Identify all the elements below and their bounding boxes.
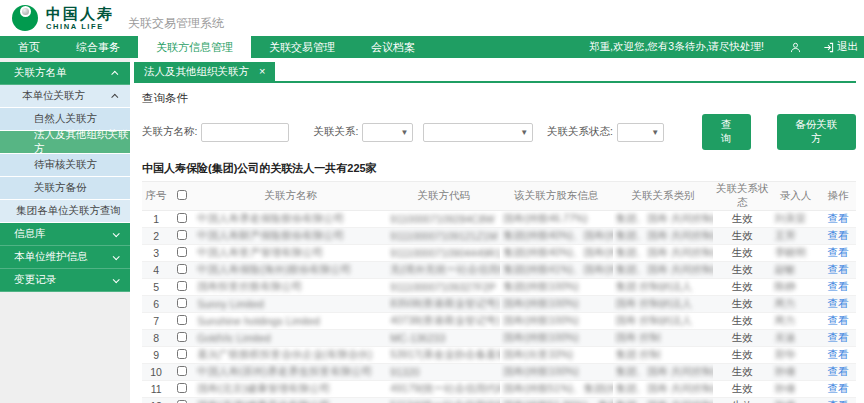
shareholder-info-masked: 国寿(持股51.86%)、集团(48%)	[503, 399, 613, 403]
table-row: 4中国人寿保险(海外)股份有限公司无(境外无统一社会信用代码)集团(持股41%)…	[142, 262, 856, 279]
view-link[interactable]: 查看	[820, 279, 856, 296]
nav-item-3[interactable]: 关联方信息管理	[138, 36, 251, 58]
party-name-cell: 中国人寿资产管理有限公司	[194, 245, 387, 262]
sidebar-item-label: 关联方备份	[34, 181, 87, 195]
row-checkbox-cell	[170, 279, 194, 296]
row-index: 4	[142, 262, 170, 279]
relation-category-cell: 集团、国寿 共同控制的法人	[613, 245, 714, 262]
operator-cell: 吴迪	[771, 330, 819, 347]
logout-button[interactable]: 退出	[823, 40, 858, 54]
row-checkbox[interactable]	[177, 247, 187, 257]
view-link[interactable]: 查看	[820, 228, 856, 245]
row-checkbox[interactable]	[177, 349, 187, 359]
party-name-masked: 中国人寿保险(海外)股份有限公司	[197, 263, 351, 275]
app-header: 中国人寿 CHINA LIFE 关联交易管理系统	[0, 0, 864, 36]
column-header-2: 关联方名称	[194, 182, 387, 211]
party-code-cell: 91320	[387, 364, 500, 381]
tab-close-icon[interactable]: ×	[259, 62, 265, 81]
party-name-masked: 国寿(北京)健康管理有限公司	[197, 382, 330, 394]
shareholder-info-masked: 集团(持股40%)、国寿(持股60%)	[503, 229, 613, 241]
table-row: 1中国人寿养老保险股份有限公司91100007109284C8W国寿(持股46.…	[142, 211, 856, 228]
row-checkbox[interactable]	[177, 383, 187, 393]
nav-item-4[interactable]: 关联交易管理	[251, 36, 353, 58]
relation-status-select[interactable]: ▼	[617, 123, 664, 142]
row-checkbox[interactable]	[177, 264, 187, 274]
operator-masked: 陈静	[774, 280, 795, 292]
sidebar-item[interactable]: 本单位维护信息	[0, 246, 130, 269]
row-checkbox-cell	[170, 313, 194, 330]
sidebar-item-label: 信息库	[14, 227, 46, 241]
view-link[interactable]: 查看	[820, 364, 856, 381]
sidebar-item[interactable]: 法人及其他组织关联方	[0, 131, 130, 154]
party-name-input[interactable]	[201, 123, 289, 142]
party-code-masked: 83508(香港商业登记号)	[390, 297, 500, 309]
party-name-masked: 国寿投资控股有限公司	[197, 280, 302, 292]
user-icon[interactable]	[790, 42, 801, 53]
sidebar-item[interactable]: 变更记录	[0, 269, 130, 292]
row-checkbox[interactable]	[177, 281, 187, 291]
search-button[interactable]: 查询	[702, 114, 751, 150]
sidebar-item[interactable]: 关联方名单	[0, 62, 130, 85]
table-row: 8GoldVic LimitedMC-136233国寿(持股100%)国寿 控制…	[142, 330, 856, 347]
select-all-checkbox[interactable]	[177, 190, 187, 200]
operator-cell: 周力	[771, 296, 819, 313]
row-checkbox[interactable]	[177, 298, 187, 308]
sidebar-item[interactable]: 关联方备份	[0, 177, 130, 200]
relation-select[interactable]: ▼	[362, 123, 413, 142]
view-link[interactable]: 查看	[820, 381, 856, 398]
operator-cell: 孙倩	[771, 381, 819, 398]
relation-category-masked: 国寿 控制的法人	[616, 297, 692, 309]
party-code-masked: 无(境外无统一社会信用代码)	[390, 263, 500, 275]
party-name-masked: 嘉兴广联股权投资合伙企业(有限合伙)	[197, 348, 372, 360]
tab-strip: 法人及其他组织关联方 ×	[134, 62, 856, 83]
sidebar-item[interactable]: 本单位关联方	[0, 85, 130, 108]
shareholder-info-masked: 国寿(持股100%)	[503, 331, 579, 343]
sidebar: 关联方名单本单位关联方自然人关联方法人及其他组织关联方待审核关联方关联方备份集团…	[0, 58, 130, 403]
view-link[interactable]: 查看	[820, 398, 856, 403]
relation-status-cell: 生效	[713, 296, 771, 313]
party-code-cell: 51134(统一社会信用代码)	[387, 398, 500, 403]
backup-party-button[interactable]: 备份关联方	[777, 114, 856, 150]
nav-item-2[interactable]: 综合事务	[58, 36, 138, 58]
shareholder-info-cell: 国寿(持股46.77%)	[500, 211, 613, 228]
view-link[interactable]: 查看	[820, 211, 856, 228]
table-row: 11国寿(北京)健康管理有限公司49179(统一社会信用代码)国寿(持股51%)…	[142, 381, 856, 398]
row-checkbox[interactable]	[177, 366, 187, 376]
row-checkbox[interactable]	[177, 230, 187, 240]
row-index: 12	[142, 398, 170, 403]
relation-sub-select[interactable]: ▼	[423, 123, 533, 142]
table-row: 12国寿(天津)健康产业有限公司51134(统一社会信用代码)国寿(持股51.8…	[142, 398, 856, 403]
query-section-title: 查询条件	[142, 91, 856, 106]
row-index: 1	[142, 211, 170, 228]
tab-legal-entities[interactable]: 法人及其他组织关联方 ×	[134, 62, 275, 81]
relation-category-cell: 集团、国寿 共同控制的法人	[613, 262, 714, 279]
row-checkbox[interactable]	[177, 315, 187, 325]
nav-item-5[interactable]: 会议档案	[353, 36, 433, 58]
view-link[interactable]: 查看	[820, 296, 856, 313]
shareholder-info-cell: 集团(持股41%)、国寿(持股39%)	[500, 262, 613, 279]
brand-block: 中国人寿 CHINA LIFE	[46, 6, 114, 31]
view-link[interactable]: 查看	[820, 262, 856, 279]
row-checkbox[interactable]	[177, 213, 187, 223]
view-link[interactable]: 查看	[820, 245, 856, 262]
view-link[interactable]: 查看	[820, 330, 856, 347]
party-name-cell: Sunny Limited	[194, 296, 387, 313]
row-checkbox-cell	[170, 245, 194, 262]
sidebar-item[interactable]: 集团各单位关联方查询	[0, 200, 130, 223]
table-body: 1中国人寿养老保险股份有限公司91100007109284C8W国寿(持股46.…	[142, 211, 856, 403]
shareholder-info-cell: 国寿(持股51.86%)、集团(48%)	[500, 398, 613, 403]
view-link[interactable]: 查看	[820, 347, 856, 364]
view-link[interactable]: 查看	[820, 313, 856, 330]
party-code-masked: 91320	[390, 366, 419, 378]
row-checkbox[interactable]	[177, 332, 187, 342]
nav-item-1[interactable]: 首页	[0, 36, 58, 58]
sidebar-item[interactable]: 信息库	[0, 223, 130, 246]
main-nav: 首页综合事务关联方信息管理关联交易管理会议档案 郑重,欢迎您,您有3条待办,请尽…	[0, 36, 864, 58]
shareholder-info-cell: 国寿(持股100%)	[500, 313, 613, 330]
sidebar-item[interactable]: 待审核关联方	[0, 154, 130, 177]
relation-category-cell: 集团 控制	[613, 347, 714, 364]
party-code-masked: 911100007109327F2P	[390, 281, 495, 293]
relation-status-cell: 生效	[713, 279, 771, 296]
operator-masked: 郑华	[774, 348, 795, 360]
chevron-up-icon	[111, 70, 118, 77]
